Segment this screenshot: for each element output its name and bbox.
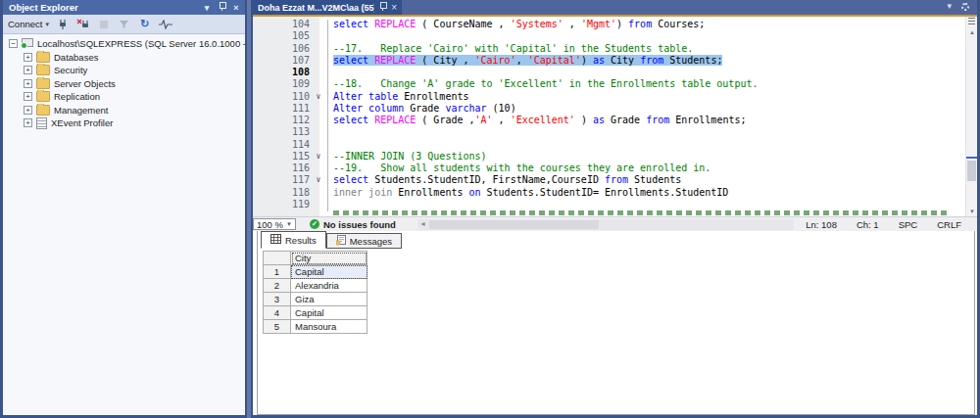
token: from [628,19,658,29]
code-line-115[interactable]: 115∨--INNER JOIN (3 Questions) [253,151,965,163]
code-line-107[interactable]: 107select REPLACE ( City , 'Cairo', 'Cap… [253,55,965,67]
scroll-down-icon[interactable]: ▼ [966,209,978,214]
code-line-112[interactable]: 112select REPLACE ( Grade ,'A' , 'Excell… [253,115,965,126]
tree-item-label: Management [54,105,108,116]
panel-splitter[interactable] [245,0,253,418]
grid-row-number[interactable]: 4 [264,306,291,320]
object-explorer-panel: Object Explorer ▾ × Connect ▾ [3,0,245,415]
grid-cell[interactable]: Alexandria [291,279,368,293]
code-line-118[interactable]: 118inner join Enrollments on Students.St… [253,187,965,199]
code-text [327,67,333,78]
code-text: Alter table Enrollments [327,91,468,103]
tree-item-security[interactable]: +Security [3,64,245,77]
scroll-left-icon[interactable]: ◄ [419,220,426,227]
grid-row-number[interactable]: 5 [264,320,291,334]
code-text: select REPLACE ( CourseName , 'Systems' … [327,19,705,30]
tree-item-xevent-profiler[interactable]: +XEvent Profiler [3,116,245,130]
space-mode-indicator[interactable]: SPC [899,219,918,230]
code-line-113[interactable]: 113 [253,126,965,138]
window-position-icon[interactable]: ▾ [202,3,212,13]
grid-col-header-city[interactable]: City [291,252,368,265]
grid-corner-cell[interactable] [264,252,291,265]
tree-item-databases[interactable]: +Databases [3,51,245,65]
collapse-region-icon[interactable]: ∨ [310,151,327,163]
window-buttons: ▾ × [202,2,241,13]
collapse-region-icon[interactable]: ∨ [310,174,327,186]
code-line-108[interactable]: 108 [253,67,965,78]
token: Students.StudentID= Enrollments.StudentI… [487,187,729,198]
code-line-119[interactable]: 119 [253,199,965,210]
chevron-down-icon[interactable]: ▾ [947,1,952,11]
code-line-111[interactable]: 111Alter column Grade varchar (10) [253,103,965,115]
tree-item-localhost-sqlexpress-sql-ser[interactable]: −Localhost\SQLEXPRESS (SQL Server 16.0.1… [3,37,245,51]
stop-icon[interactable] [97,19,111,30]
grid-cell[interactable]: Capital [291,306,368,320]
expand-icon[interactable]: + [24,53,32,62]
expand-icon[interactable]: + [24,118,32,127]
token: ) [581,55,593,66]
code-line-109[interactable]: 109--18. Change 'A' grade to 'Excellent'… [253,78,965,90]
line-number: 106 [253,43,310,55]
code-text: select REPLACE ( City , 'Cairo', 'Capita… [327,55,722,67]
expand-icon[interactable]: + [24,106,32,115]
connect-plug-icon[interactable] [56,19,70,30]
document-tab[interactable]: Doha Ezzat M...V2MC\aa (55)) × [253,0,402,15]
message-icon [336,235,346,248]
expand-icon[interactable]: + [24,79,32,88]
tree-item-server-objects[interactable]: +Server Objects [3,77,245,91]
scrollbar-thumb[interactable] [967,161,976,181]
hscrollbar-thumb[interactable] [429,220,599,229]
code-line-104[interactable]: 104select REPLACE ( CourseName , 'System… [253,19,965,30]
scroll-up-icon[interactable]: ▲ [966,29,978,35]
code-line-106[interactable]: 106--17. Replace 'Cairo' with 'Capital' … [253,43,965,55]
document-tabstrip: Doha Ezzat M...V2MC\aa (55)) × ▾ [253,0,977,15]
activity-icon[interactable] [159,19,172,30]
vertical-scrollbar[interactable]: ▲ ▼ [965,17,977,216]
grid-cell[interactable]: Mansoura [291,320,368,334]
tree-item-replication[interactable]: +Replication [3,90,245,104]
pin-icon[interactable] [379,2,386,13]
expand-icon[interactable]: + [24,66,32,74]
grid-row-number[interactable]: 2 [264,279,291,293]
object-explorer-titlebar[interactable]: Object Explorer ▾ × [3,0,245,15]
token: , [569,19,581,29]
grid-row-number[interactable]: 1 [264,265,291,279]
grid-row-2: 2Alexandria [264,279,368,293]
line-number: 116 [253,163,310,174]
code-line-117[interactable]: 117∨select Students.StudentID, FirstName… [253,174,965,186]
expand-icon[interactable]: + [24,92,32,101]
code-editor[interactable]: 104select REPLACE ( CourseName , 'System… [253,17,965,216]
line-number: 108 [253,67,310,78]
health-indicator[interactable]: ✓ No issues found [310,219,396,230]
code-line-116[interactable]: 116--19. Show all students with the cour… [253,163,965,174]
line-ending-indicator[interactable]: CRLF [937,219,961,230]
token: Students [634,174,681,185]
pin-icon[interactable] [217,2,226,13]
code-line-105[interactable]: 105 [253,30,965,42]
close-icon[interactable]: × [391,3,397,13]
connect-button[interactable]: Connect ▾ [8,19,49,29]
grid-row-3: 3Giza [264,293,368,306]
collapse-region-icon[interactable]: ∨ [310,91,327,103]
code-line-114[interactable]: 114 [253,139,965,151]
gear-icon[interactable] [961,3,969,11]
horizontal-scrollbar[interactable]: ◄ [417,219,794,230]
grid-cell[interactable]: Capital [291,265,368,279]
tree-item-management[interactable]: +Management [3,104,245,117]
collapse-icon[interactable]: − [9,39,18,48]
refresh-icon[interactable]: ↻ [138,19,152,30]
code-text: select Students.StudentID, FirstName,Cou… [327,174,681,186]
zoom-select[interactable]: 100 % ▼ [253,218,296,230]
code-line-110[interactable]: 110∨Alter table Enrollments [253,91,965,103]
grid-row-number[interactable]: 3 [264,293,291,306]
disconnect-plug-icon[interactable] [76,19,90,30]
tab-messages[interactable]: Messages [326,233,402,249]
dropdown-arrow-icon: ▼ [286,221,292,227]
tab-results[interactable]: Results [261,231,326,249]
filter-icon[interactable] [118,19,131,30]
token: 'A' [475,115,499,125]
close-icon[interactable]: × [231,3,241,13]
grid-cell[interactable]: Giza [291,293,368,306]
splitter-grip[interactable] [968,21,975,22]
object-explorer-tree: −Localhost\SQLEXPRESS (SQL Server 16.0.1… [3,37,245,130]
